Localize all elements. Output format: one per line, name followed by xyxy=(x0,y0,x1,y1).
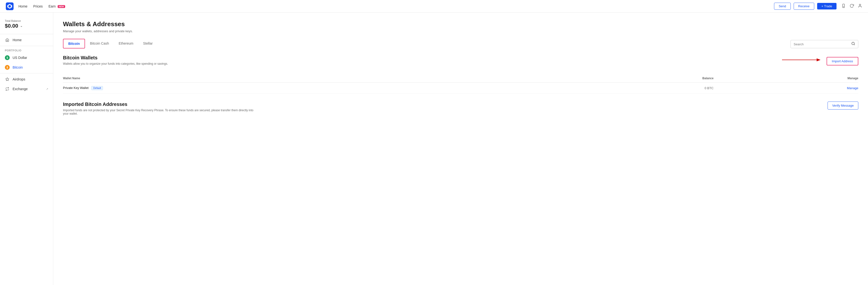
sidebar-airdrops-label: Airdrops xyxy=(12,77,25,81)
home-icon xyxy=(5,37,10,42)
svg-marker-5 xyxy=(6,78,9,81)
wallet-balance-cell: 0 BTC xyxy=(571,83,713,94)
col-balance: Balance xyxy=(571,74,713,83)
search-input[interactable] xyxy=(794,42,849,46)
nav-prices[interactable]: Prices xyxy=(33,4,42,8)
col-manage: Manage xyxy=(713,74,858,83)
wallet-header-row: Bitcoin Wallets Wallets allow you to org… xyxy=(63,55,858,70)
page-subtitle: Manage your wallets, addresses and priva… xyxy=(63,29,858,33)
wallet-table: Wallet Name Balance Manage Private Key W… xyxy=(63,74,858,94)
sidebar: Total Balance $0.00 ⌄ Home Portfolio $ U… xyxy=(0,12,53,285)
annotation-arrow xyxy=(780,53,823,67)
receive-button[interactable]: Receive xyxy=(794,3,814,10)
section-subtitle: Wallets allow you to organize your funds… xyxy=(63,62,168,65)
sidebar-home-label: Home xyxy=(12,38,22,42)
svg-point-1 xyxy=(8,5,11,7)
sidebar-item-exchange[interactable]: Exchange ↗ xyxy=(0,84,53,94)
send-button[interactable]: Send xyxy=(774,3,790,10)
main-content: Wallets & Addresses Manage your wallets,… xyxy=(53,12,868,285)
external-link-icon: ↗ xyxy=(46,87,48,91)
airdrops-icon xyxy=(5,77,10,82)
sidebar-btc-label: Bitcoin xyxy=(12,65,23,69)
balance-chevron-icon[interactable]: ⌄ xyxy=(20,24,23,28)
btc-icon: ₿ xyxy=(5,65,10,70)
nav-home[interactable]: Home xyxy=(19,4,27,8)
earn-badge: NEW xyxy=(58,5,65,8)
usd-icon: $ xyxy=(5,55,10,60)
nav-links: Home Prices Earn NEW xyxy=(19,4,65,8)
imported-title: Imported Bitcoin Addresses xyxy=(63,102,257,107)
sidebar-item-home[interactable]: Home xyxy=(0,35,53,45)
verify-message-button[interactable]: Verify Message xyxy=(828,102,858,110)
svg-point-6 xyxy=(852,42,855,45)
wallet-name-cell: Private Key Wallet Default xyxy=(63,83,571,94)
tabs: Bitcoin Bitcoin Cash Ethereum Stellar xyxy=(63,39,157,48)
default-badge: Default xyxy=(91,86,103,90)
mobile-icon[interactable] xyxy=(841,4,846,9)
imported-subtitle: Imported funds are not protected by your… xyxy=(63,109,257,115)
sidebar-item-usd[interactable]: $ US Dollar xyxy=(0,53,53,62)
top-nav: Home Prices Earn NEW Send Receive + Trad… xyxy=(0,0,868,12)
wallet-section-header: Bitcoin Wallets Wallets allow you to org… xyxy=(63,55,168,70)
sidebar-item-btc[interactable]: ₿ Bitcoin xyxy=(0,62,53,72)
svg-point-4 xyxy=(859,4,861,6)
imported-section: Imported Bitcoin Addresses Imported fund… xyxy=(63,102,858,115)
sidebar-usd-label: US Dollar xyxy=(12,56,27,60)
imported-text-area: Imported Bitcoin Addresses Imported fund… xyxy=(63,102,257,115)
imported-header: Imported Bitcoin Addresses Imported fund… xyxy=(63,102,858,115)
nav-earn[interactable]: Earn NEW xyxy=(49,4,65,8)
sidebar-item-airdrops[interactable]: Airdrops xyxy=(0,75,53,84)
col-wallet-name: Wallet Name xyxy=(63,74,571,83)
total-balance-section: Total Balance $0.00 ⌄ xyxy=(0,17,53,33)
balance-label: Total Balance xyxy=(5,19,48,22)
tabs-search-row: Bitcoin Bitcoin Cash Ethereum Stellar xyxy=(63,39,858,48)
exchange-icon xyxy=(5,87,10,91)
sidebar-divider-3 xyxy=(0,73,53,74)
section-title: Bitcoin Wallets xyxy=(63,55,168,61)
layout: Total Balance $0.00 ⌄ Home Portfolio $ U… xyxy=(0,0,868,285)
import-button-area: Import Address xyxy=(827,55,858,65)
page-title: Wallets & Addresses xyxy=(63,20,858,28)
table-row: Private Key Wallet Default 0 BTC Manage xyxy=(63,83,858,94)
refresh-icon[interactable] xyxy=(849,4,854,9)
sidebar-exchange-label: Exchange xyxy=(12,87,28,91)
app-logo[interactable] xyxy=(6,2,13,10)
tab-bitcoin[interactable]: Bitcoin xyxy=(63,39,85,49)
manage-link[interactable]: Manage xyxy=(713,86,858,90)
tab-stellar[interactable]: Stellar xyxy=(138,39,158,48)
tab-bitcoin-cash[interactable]: Bitcoin Cash xyxy=(85,39,114,48)
nav-right: Send Receive + Trade xyxy=(774,3,862,10)
nav-icons xyxy=(841,4,862,9)
sidebar-divider-2 xyxy=(0,46,53,46)
user-icon[interactable] xyxy=(858,4,862,9)
svg-point-3 xyxy=(843,6,844,7)
wallet-manage-cell: Manage xyxy=(713,83,858,94)
import-address-button[interactable]: Import Address xyxy=(827,57,858,65)
search-icon[interactable] xyxy=(851,42,855,47)
tab-ethereum[interactable]: Ethereum xyxy=(114,39,138,48)
portfolio-label: Portfolio xyxy=(0,47,53,53)
search-box xyxy=(790,40,858,48)
trade-button[interactable]: + Trade xyxy=(817,3,837,9)
svg-line-7 xyxy=(854,44,855,45)
balance-amount: $0.00 ⌄ xyxy=(5,23,48,29)
